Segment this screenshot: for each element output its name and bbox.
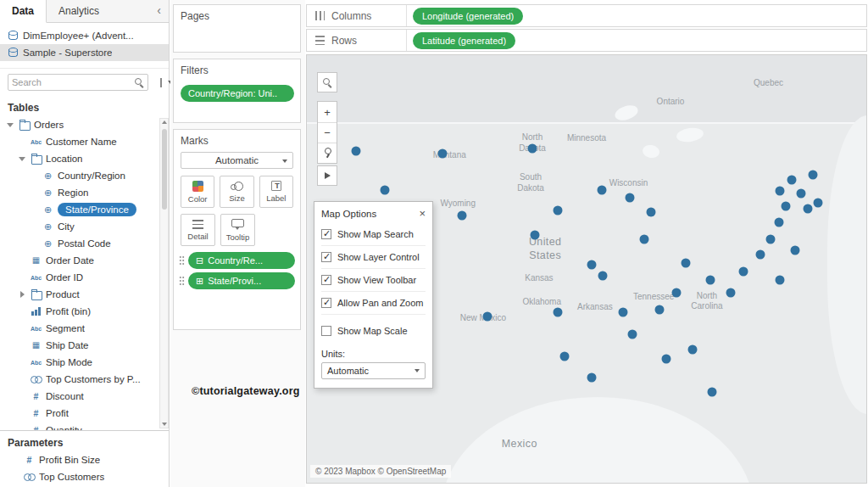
collapse-arrow-icon[interactable]	[7, 121, 14, 129]
collapse-pane-icon[interactable]	[149, 0, 169, 22]
map-mark[interactable]	[804, 204, 813, 214]
search-input[interactable]	[12, 77, 132, 87]
map-mark[interactable]	[554, 307, 563, 316]
field-item[interactable]: Profit Bin Size	[0, 451, 169, 468]
scrollbar-thumb[interactable]	[162, 129, 167, 210]
checked-checkbox[interactable]	[321, 252, 331, 262]
tab-data[interactable]: Data	[0, 0, 47, 23]
field-item[interactable]: Ship Mode	[0, 354, 158, 371]
map-mark[interactable]	[560, 351, 570, 361]
filter-pill[interactable]: Country/Region: Uni..	[181, 85, 294, 102]
field-item[interactable]: State/Province	[0, 201, 158, 218]
view-options-icon[interactable]	[160, 78, 162, 87]
field-item[interactable]: Segment	[0, 320, 158, 337]
field-item[interactable]: Location	[0, 150, 158, 167]
map-mark[interactable]	[458, 211, 467, 221]
map-mark[interactable]	[671, 288, 681, 297]
scroll-down-icon[interactable]	[162, 423, 167, 426]
map-mark[interactable]	[787, 176, 796, 185]
map-mark[interactable]	[381, 186, 390, 195]
map-mark[interactable]	[646, 208, 655, 217]
latitude-pill[interactable]: Latitude (generated)	[413, 32, 515, 49]
map-mark[interactable]	[781, 202, 790, 211]
map-option-row[interactable]: Show View Toolbar	[321, 269, 426, 292]
map-option-row[interactable]: Show Layer Control	[321, 246, 426, 269]
map-mark[interactable]	[791, 246, 800, 255]
hierarchy-expand-icon[interactable]: ⊞	[196, 277, 203, 286]
field-item[interactable]: Postal Code	[0, 235, 158, 252]
map-mark[interactable]	[438, 149, 448, 159]
map-mark[interactable]	[726, 288, 735, 297]
map-mark[interactable]	[776, 276, 785, 285]
map-mark[interactable]	[625, 193, 634, 203]
close-icon[interactable]	[419, 208, 426, 219]
field-item[interactable]: Order Date	[0, 252, 158, 269]
zoom-out-button[interactable]: −	[318, 122, 337, 143]
search-box[interactable]	[8, 74, 148, 91]
field-item[interactable]: Customer Name	[0, 133, 158, 150]
checked-checkbox[interactable]	[321, 298, 331, 308]
scrollbar[interactable]	[159, 118, 169, 428]
map-mark[interactable]	[809, 171, 818, 180]
zoom-in-button[interactable]: +	[318, 102, 337, 122]
mark-pill-country[interactable]: ⊟ Country/Re...	[188, 252, 295, 269]
pin-button[interactable]	[318, 143, 337, 163]
map-mark[interactable]	[554, 206, 563, 216]
map-search-button[interactable]	[317, 72, 337, 92]
map-mark[interactable]	[797, 189, 806, 199]
unchecked-checkbox[interactable]	[321, 326, 331, 336]
map-mark[interactable]	[776, 187, 785, 196]
field-item[interactable]: Discount	[0, 388, 158, 405]
map-mark[interactable]	[766, 235, 776, 244]
map-option-row[interactable]: Show Map Search	[321, 223, 426, 246]
map-mark[interactable]	[688, 344, 698, 354]
map-mark[interactable]	[587, 260, 596, 269]
scroll-up-icon[interactable]	[162, 120, 167, 124]
pan-tool-button[interactable]	[317, 165, 337, 186]
expand-arrow-icon[interactable]	[19, 291, 26, 299]
map-option-row[interactable]: Show Map Scale	[321, 320, 426, 342]
units-select[interactable]: Automatic	[321, 362, 426, 379]
field-item[interactable]: Ship Date	[0, 337, 158, 354]
map-mark[interactable]	[682, 258, 691, 267]
map-mark[interactable]	[628, 329, 637, 339]
mark-type-dropdown[interactable]: Automatic	[181, 152, 293, 169]
tooltip-button[interactable]: Tooltip	[220, 214, 255, 246]
mark-pill-state[interactable]: ⊞ State/Provi...	[188, 272, 295, 289]
field-item[interactable]: Top Customers by P...	[0, 371, 158, 388]
size-button[interactable]: Size	[220, 176, 253, 208]
field-item[interactable]: Country/Region	[0, 167, 158, 184]
field-item[interactable]: Quantity	[0, 422, 158, 430]
data-source-item[interactable]: DimEmployee+ (Advent...	[0, 27, 169, 44]
data-source-item[interactable]: Sample - Superstore	[0, 44, 169, 61]
map-mark[interactable]	[739, 267, 748, 277]
field-item[interactable]: Orders	[0, 116, 158, 133]
field-item[interactable]: Order ID	[0, 269, 158, 286]
tab-analytics[interactable]: Analytics	[47, 0, 111, 22]
map-mark[interactable]	[707, 387, 716, 396]
field-item[interactable]: Top Customers	[0, 468, 169, 485]
hierarchy-collapse-icon[interactable]: ⊟	[196, 256, 203, 266]
map-mark[interactable]	[756, 249, 765, 259]
field-item[interactable]: Profit	[0, 405, 158, 422]
detail-button[interactable]: Detail	[181, 214, 215, 246]
map-mark[interactable]	[618, 307, 627, 316]
map-mark[interactable]	[598, 271, 608, 281]
map-mark[interactable]	[813, 198, 822, 207]
field-item[interactable]: Region	[0, 184, 158, 201]
checked-checkbox[interactable]	[321, 229, 331, 239]
color-button[interactable]: Color	[181, 176, 214, 208]
label-button[interactable]: Label	[259, 176, 293, 208]
map-view[interactable]: QuebecOntarioMontanaNorth DakotaMinnesot…	[306, 54, 867, 484]
field-item[interactable]: City	[0, 218, 158, 235]
map-mark[interactable]	[654, 305, 664, 314]
map-mark[interactable]	[482, 311, 492, 321]
field-item[interactable]: Profit (bin)	[0, 303, 158, 320]
map-mark[interactable]	[587, 372, 596, 382]
map-mark[interactable]	[531, 231, 540, 240]
map-mark[interactable]	[352, 147, 361, 156]
map-option-row[interactable]: Allow Pan and Zoom	[321, 292, 426, 315]
map-mark[interactable]	[639, 235, 648, 244]
map-mark[interactable]	[661, 355, 670, 364]
checked-checkbox[interactable]	[321, 275, 331, 285]
